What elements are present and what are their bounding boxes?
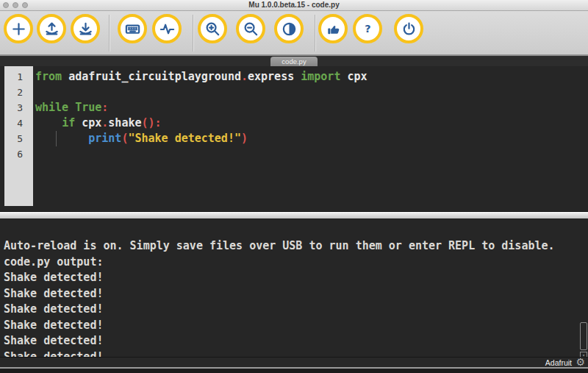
thumbs-up-icon bbox=[325, 21, 342, 38]
theme-button[interactable] bbox=[274, 14, 304, 43]
code-editor: 123456 from adafruit_circuitplayground.e… bbox=[0, 66, 588, 211]
console-output-line: Shake detected! bbox=[4, 302, 588, 318]
status-bar: Adafruit ⚙ bbox=[0, 357, 588, 368]
code-line: while True: bbox=[35, 100, 588, 116]
code-line bbox=[35, 85, 588, 100]
quit-button[interactable] bbox=[394, 14, 423, 43]
svg-text:?: ? bbox=[365, 23, 370, 35]
line-number: 1 bbox=[4, 69, 33, 85]
zoom-out-icon bbox=[243, 21, 259, 38]
zoom-in-button[interactable] bbox=[198, 14, 227, 43]
console-output-line: Auto-reload is on. Simply save files ove… bbox=[4, 238, 588, 255]
check-button[interactable] bbox=[318, 14, 348, 43]
line-number: 6 bbox=[4, 146, 33, 162]
gear-icon[interactable]: ⚙ bbox=[576, 356, 585, 368]
code-line: print("Shake detected!") bbox=[35, 131, 588, 146]
window-shadow-strip bbox=[0, 369, 588, 373]
pane-splitter-handle[interactable] bbox=[0, 211, 588, 219]
tab-bar: code.py bbox=[0, 56, 588, 66]
help-button[interactable]: ? bbox=[353, 14, 382, 43]
code-line: if cpx.shake(): bbox=[35, 116, 588, 131]
contrast-icon bbox=[281, 21, 298, 38]
repl-button[interactable] bbox=[118, 14, 147, 43]
console-output-line: code.py output: bbox=[4, 255, 588, 271]
pulse-icon bbox=[159, 21, 176, 38]
toolbar: ? bbox=[0, 11, 588, 56]
toolbar-separator bbox=[109, 15, 110, 51]
console-output-line: Shake detected! bbox=[4, 318, 588, 334]
code-line bbox=[35, 146, 588, 162]
download-icon bbox=[77, 21, 94, 38]
upload-icon bbox=[43, 21, 60, 38]
save-button[interactable] bbox=[71, 14, 100, 43]
keyboard-icon bbox=[124, 21, 141, 38]
tab-code-py[interactable]: code.py bbox=[270, 57, 318, 66]
console-scrollbar[interactable]: ▾ ▾ bbox=[580, 322, 587, 357]
new-button[interactable] bbox=[4, 14, 33, 43]
scrollbar-thumb[interactable] bbox=[580, 322, 587, 350]
console-output-line: Shake detected! bbox=[4, 333, 588, 349]
titlebar: Mu 1.0.0.beta.15 - code.py bbox=[0, 0, 588, 11]
toolbar-separator bbox=[315, 15, 315, 51]
plus-icon bbox=[10, 21, 27, 38]
console-output-line: Shake detected! bbox=[4, 349, 588, 358]
indent-guide bbox=[56, 131, 57, 146]
zoom-out-button[interactable] bbox=[236, 14, 265, 43]
plotter-button[interactable] bbox=[152, 14, 182, 43]
console-output-line: Shake detected! bbox=[4, 286, 588, 302]
line-number: 5 bbox=[4, 131, 33, 146]
console-output-line: Shake detected! bbox=[4, 270, 588, 286]
window-title: Mu 1.0.0.beta.15 - code.py bbox=[0, 1, 588, 9]
load-button[interactable] bbox=[37, 14, 66, 43]
line-number-gutter: 123456 bbox=[4, 66, 33, 206]
mode-indicator: Adafruit bbox=[545, 358, 572, 367]
mu-editor-window: Mu 1.0.0.beta.15 - code.py ? code.py 123… bbox=[0, 0, 588, 373]
toolbar-separator bbox=[193, 15, 193, 51]
line-number: 4 bbox=[4, 116, 33, 131]
line-number: 3 bbox=[4, 100, 33, 116]
power-icon bbox=[401, 21, 417, 38]
code-line: from adafruit_circuitplayground.express … bbox=[35, 69, 588, 85]
question-icon: ? bbox=[359, 21, 376, 38]
serial-console[interactable]: Auto-reload is on. Simply save files ove… bbox=[0, 219, 588, 357]
code-text-area[interactable]: from adafruit_circuitplayground.express … bbox=[33, 66, 588, 211]
line-number: 2 bbox=[4, 85, 33, 100]
zoom-in-icon bbox=[204, 21, 221, 38]
